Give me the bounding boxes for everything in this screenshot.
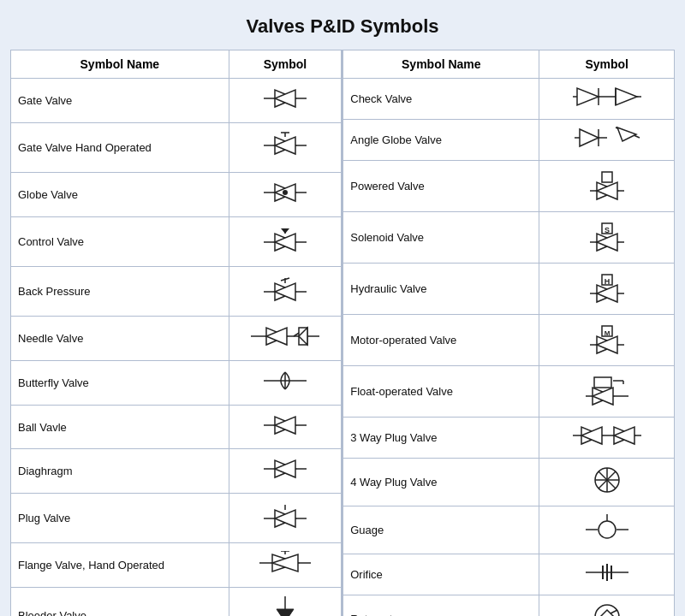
page-title: Valves P&ID Symbols [247,15,439,38]
left-row-symbol-6 [229,360,342,405]
svg-rect-60 [602,172,612,182]
left-row-name-5: Needle Valve [11,317,229,361]
left-table-row: Plug Valve [11,494,342,543]
right-table-row: Motor-operated Valve M [343,315,675,366]
svg-point-11 [283,190,288,195]
svg-text:M: M [604,329,610,337]
right-row-name-7: 3 Way Plug Valve [343,418,539,459]
left-row-symbol-5 [229,317,342,361]
left-row-symbol-0 [229,79,342,123]
right-row-symbol-7 [539,418,675,459]
left-row-name-3: Control Valve [11,216,229,266]
right-row-symbol-2 [539,161,675,212]
left-table-row: Back Pressure [11,266,342,316]
right-row-symbol-5: M [539,315,675,366]
left-header-name: Symbol Name [11,50,229,79]
left-table-row: Ball Vavle [11,405,342,449]
left-row-name-7: Ball Vavle [11,405,229,449]
left-row-name-9: Plug Valve [11,494,229,543]
left-table-row: Diaghragm [11,449,342,494]
right-table-row: Hydraulic Valve H [343,264,675,315]
left-row-name-8: Diaghragm [11,449,229,494]
left-table-row: Bleeder Valve [11,588,342,616]
left-row-name-6: Butterfly Valve [11,360,229,405]
left-row-symbol-9 [229,494,342,543]
left-row-symbol-8 [229,449,342,494]
right-row-name-2: Powered Valve [343,161,539,212]
svg-point-93 [599,521,616,538]
svg-text:S: S [605,226,610,234]
left-row-name-10: Flange Valve, Hand Operated [11,543,229,588]
right-table-row: Powered Valve [343,161,675,212]
left-table: Symbol Name Symbol Gate Valve Gate Valve… [10,50,342,616]
right-row-symbol-6 [539,366,675,418]
svg-marker-46 [277,609,294,616]
right-row-symbol-4: H [539,264,675,315]
right-table-row: 4 Way Plug Valve [343,459,675,506]
right-table-row: Check Valve [343,79,675,120]
svg-rect-80 [594,377,611,388]
right-row-name-9: Guage [343,506,539,554]
right-table-row: Angle Globe Valve [343,120,675,161]
left-row-symbol-7 [229,405,342,449]
left-table-row: Gate Valve Hand Operated [11,122,342,172]
svg-text:H: H [604,277,610,286]
right-row-name-11: Rotameter [343,595,539,617]
left-table-row: Butterfly Valve [11,360,342,405]
right-row-name-0: Check Valve [343,79,539,120]
left-table-row: Needle Valve [11,317,342,361]
right-table-row: 3 Way Plug Valve [343,418,675,459]
right-row-symbol-11 [539,595,675,617]
right-row-name-10: Orifice [343,554,539,595]
left-table-row: Gate Valve [11,79,342,123]
right-table-row: Float-operated Valve [343,366,675,418]
right-row-symbol-0 [539,79,675,120]
left-header-symbol: Symbol [229,50,342,79]
left-row-symbol-1 [229,122,342,172]
left-row-name-1: Gate Valve Hand Operated [11,122,229,172]
right-row-symbol-10 [539,554,675,595]
left-table-row: Control Valve [11,216,342,266]
right-row-name-4: Hydraulic Valve [343,264,539,315]
right-row-name-6: Float-operated Valve [343,366,539,418]
svg-marker-48 [577,88,599,105]
left-row-name-4: Back Pressure [11,266,229,316]
left-row-name-2: Globe Valve [11,172,229,216]
tables-wrapper: Symbol Name Symbol Gate Valve Gate Valve… [10,50,675,616]
left-row-symbol-10 [229,543,342,588]
right-row-name-5: Motor-operated Valve [343,315,539,366]
left-row-symbol-2 [229,172,342,216]
right-table-row: Solenoid Valve S [343,212,675,264]
left-row-symbol-4 [229,266,342,316]
right-row-symbol-1 [539,120,675,161]
right-table-row: Rotameter [343,595,675,617]
left-table-row: Flange Valve, Hand Operated [11,543,342,588]
svg-marker-53 [580,129,599,146]
right-table-row: Orifice [343,554,675,595]
svg-marker-56 [617,127,636,141]
right-header-name: Symbol Name [343,50,539,79]
svg-marker-16 [281,228,289,234]
right-row-name-3: Solenoid Valve [343,212,539,264]
right-table-row: Guage [343,506,675,554]
left-row-symbol-3 [229,216,342,266]
right-row-symbol-3: S [539,212,675,264]
left-row-name-11: Bleeder Valve [11,588,229,616]
left-table-row: Globe Valve [11,172,342,216]
right-row-symbol-9 [539,506,675,554]
right-row-name-1: Angle Globe Valve [343,120,539,161]
left-row-name-0: Gate Valve [11,79,229,123]
svg-marker-50 [616,88,637,105]
left-row-symbol-11 [229,588,342,616]
right-row-symbol-8 [539,459,675,506]
right-header-symbol: Symbol [539,50,675,79]
right-row-name-8: 4 Way Plug Valve [343,459,539,506]
right-table: Symbol Name Symbol Check Valve Angle Glo… [342,50,675,616]
